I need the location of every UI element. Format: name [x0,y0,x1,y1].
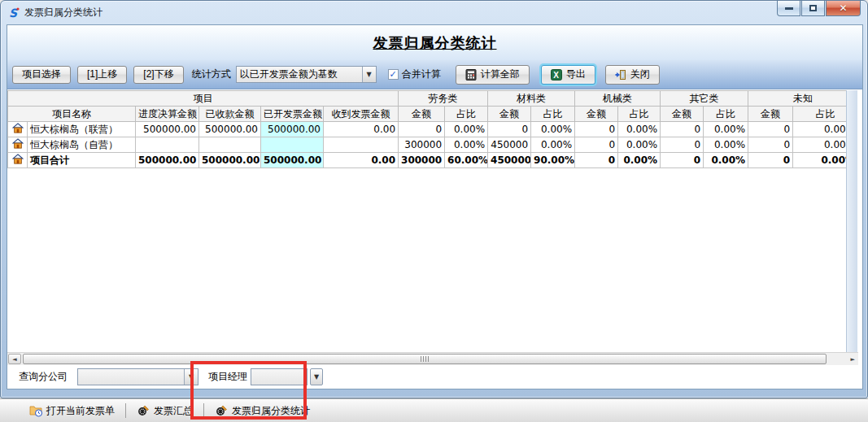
manager-filter-label: 项目经理 [208,370,247,384]
tab-open-current-invoice[interactable]: 打开当前发票单 [29,404,115,418]
branch-combobox[interactable]: ▼ [77,368,198,385]
close-button[interactable]: ✕ [826,1,861,16]
folder-clock-icon [29,404,42,417]
grid-cell: 0.00% [618,122,661,137]
grid-cell: 450000 [488,153,531,168]
move-down-button[interactable]: [2]下移 [133,66,183,84]
group-header-row: 项目 劳务类 材料类 机械类 其它类 未知 [8,91,848,107]
column-header[interactable]: 金额 [748,107,793,122]
table-row[interactable]: 项目合计500000.00500000.00500000.000.0030000… [8,153,848,168]
divider [203,403,204,418]
grid-cell [324,137,399,153]
column-header[interactable]: 占比 [793,107,847,122]
table-row[interactable]: 恒大棕榈岛（联营）500000.00500000.00500000.000.00… [8,122,848,137]
column-header[interactable]: 金额 [488,107,531,122]
grid-cell: 300000 [399,153,445,168]
grid-cell: 300000 [399,137,445,153]
calc-all-button[interactable]: 计算全部 [456,65,530,85]
column-header[interactable]: 金额 [661,107,704,122]
maximize-icon [809,5,817,11]
manager-combobox[interactable] [251,368,308,385]
merge-calc-checkbox[interactable]: ✓ 合并计算 [388,67,441,81]
grid-cell: 0 [748,122,793,137]
column-header[interactable]: 占比 [445,107,488,122]
house-icon [8,122,28,137]
grid-cell: 500000.00 [261,153,324,168]
grid-cell: 0.00% [793,137,847,153]
grid-cell: 0.00% [704,137,748,153]
vertical-scrollbar[interactable] [846,90,857,352]
grid-cell: 500000.00 [199,122,261,137]
scroll-right-icon[interactable]: ► [851,356,855,363]
grid-cell: 0 [661,137,704,153]
grid[interactable]: 项目 劳务类 材料类 机械类 其它类 未知 项目名称 进度决算金额 已收款金额 … [7,90,847,352]
maximize-button[interactable] [801,1,825,16]
horizontal-scrollbar[interactable]: ◄ ► [7,352,858,365]
scrollbar-grip [421,356,430,362]
column-header[interactable]: 已收款金额 [199,107,261,122]
group-header: 其它类 [661,91,748,107]
column-header[interactable]: 项目名称 [8,107,136,122]
group-header: 项目 [8,91,399,107]
minimize-button[interactable] [777,1,800,16]
scroll-left-icon[interactable]: ◄ [8,354,21,364]
export-button[interactable]: X 导出 [541,65,595,85]
exit-door-icon [615,69,626,80]
scrollbar-thumb[interactable] [23,354,827,364]
chevron-down-icon[interactable]: ▼ [362,67,376,82]
column-header-row: 项目名称 进度决算金额 已收款金额 已开发票金额 收到发票金额 金额 占比 金额… [8,107,848,122]
content-panel: 发票归属分类统计 项目选择 [1]上移 [2]下移 统计方式 以已开发票金额为基… [7,24,863,389]
titlebar[interactable]: S 发票归属分类统计 ✕ [1,1,867,24]
project-name-cell: 恒大棕榈岛（联营） [28,122,136,137]
svg-text:X: X [553,71,559,80]
branch-filter-label: 查询分公司 [19,370,68,384]
svg-text:S: S [9,7,18,20]
grid-body: 恒大棕榈岛（联营）500000.00500000.00500000.000.00… [8,122,848,168]
grid-cell: 0 [488,122,531,137]
close-icon: ✕ [839,2,847,14]
grid-cell: 0.00% [445,137,488,153]
grid-cell: 0.00% [704,122,748,137]
chevron-down-icon[interactable]: ▼ [184,369,198,385]
dialog-window: S 发票归属分类统计 ✕ 发票归属分类统计 项目选择 [1]上移 [2]下移 统… [0,0,868,398]
grid-cell: 450000 [488,137,531,153]
grid-cell: 0 [661,122,704,137]
tab-invoice-summary[interactable]: 发票汇总 [137,404,193,418]
grid-cell: 0.00% [793,153,847,168]
column-header[interactable]: 收到发票金额 [324,107,399,122]
move-up-button[interactable]: [1]上移 [77,66,127,84]
manager-dropdown-button[interactable]: ▼ [310,368,323,385]
grid-cell: 0.00 [324,122,399,137]
checkbox-check-icon: ✓ [388,69,399,80]
grid-cell: 0.00% [618,153,661,168]
project-name-cell: 恒大棕榈岛（自营） [28,137,136,153]
house-icon [8,153,28,168]
stat-mode-value: 以已开发票金额为基数 [237,67,362,81]
column-header[interactable]: 已开发票金额 [261,107,324,122]
project-name-cell: 项目合计 [28,153,136,168]
column-header[interactable]: 占比 [704,107,748,122]
column-header[interactable]: 金额 [575,107,618,122]
grid-cell: 0 [399,122,445,137]
window-title: 发票归属分类统计 [24,6,103,20]
tab-label: 打开当前发票单 [46,404,115,418]
column-header[interactable]: 占比 [531,107,575,122]
close-form-button[interactable]: 关闭 [605,65,660,85]
group-header: 未知 [748,91,847,107]
column-header[interactable]: 金额 [399,107,445,122]
grid-cell [261,137,324,153]
grid-cell: 0 [575,137,618,153]
grid-cell: 0 [748,153,793,168]
table-row[interactable]: 恒大棕榈岛（自营）3000000.00%4500000.00%00.00%00.… [8,137,848,153]
tab-invoice-classification-stats[interactable]: 发票归属分类统计 [215,404,310,418]
grid-cell: 0.00 [324,153,399,168]
column-header[interactable]: 进度决算金额 [136,107,199,122]
minimize-icon [785,7,793,10]
stat-mode-combobox[interactable]: 以已开发票金额为基数 ▼ [236,66,377,83]
column-header[interactable]: 占比 [618,107,661,122]
grid-cell: 0 [661,153,704,168]
toolbar: 项目选择 [1]上移 [2]下移 统计方式 以已开发票金额为基数 ▼ ✓ 合并计… [7,60,862,89]
project-select-button[interactable]: 项目选择 [12,66,71,84]
grid-cell: 90.00% [531,153,575,168]
grid-cell: 0.00% [618,137,661,153]
